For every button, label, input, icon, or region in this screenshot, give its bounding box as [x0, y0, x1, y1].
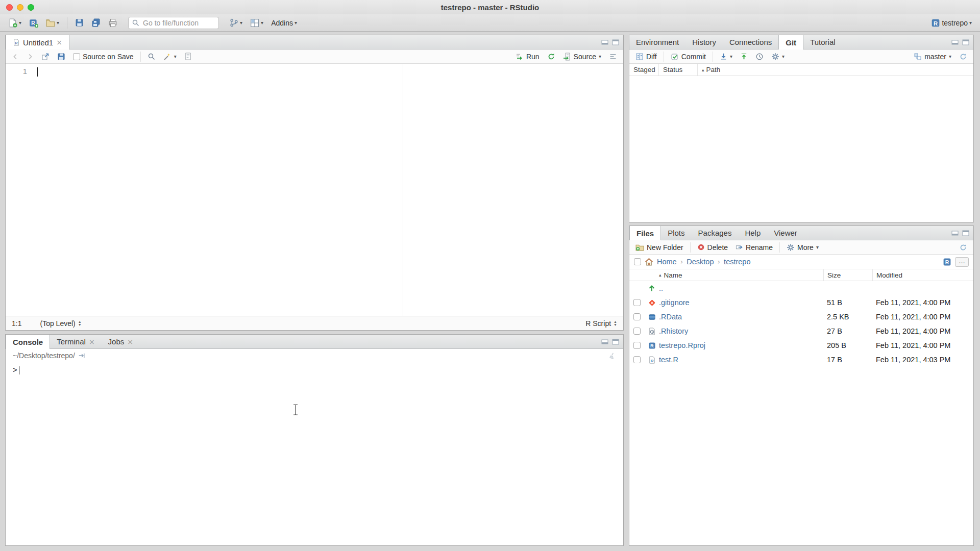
clear-console-broom-icon[interactable] — [608, 352, 616, 360]
version-control-button[interactable]: ▾ — [228, 17, 244, 29]
tab-tutorial[interactable]: Tutorial — [803, 35, 842, 49]
popout-button[interactable] — [39, 52, 52, 62]
file-checkbox[interactable] — [633, 299, 641, 306]
delete-button[interactable]: Delete — [695, 242, 730, 253]
save-button[interactable] — [55, 52, 68, 62]
tab-connections[interactable]: Connections — [723, 35, 778, 49]
branch-menu-button[interactable]: master ▾ — [911, 52, 954, 62]
save-all-button[interactable] — [89, 17, 103, 29]
new-file-button[interactable]: ▾ — [6, 17, 23, 29]
commit-button[interactable]: Commit — [668, 52, 708, 62]
addins-button[interactable]: Addins ▾ — [269, 17, 299, 29]
refresh-button[interactable] — [957, 52, 970, 62]
back-button[interactable] — [9, 52, 21, 61]
file-checkbox[interactable] — [633, 356, 641, 363]
file-type-selector[interactable]: R Script ▲▼ — [585, 319, 617, 328]
tab-history[interactable]: History — [685, 35, 723, 49]
git-more-button[interactable]: ▾ — [769, 52, 787, 62]
file-row[interactable]: .gitignore 51 B Feb 11, 2021, 4:00 PM — [629, 295, 973, 310]
refresh-button[interactable] — [957, 242, 970, 253]
tab-untitled1[interactable]: R Untitled1 × — [6, 35, 69, 49]
maximize-pane-icon[interactable] — [612, 39, 619, 46]
source-file-button[interactable]: Source ▾ — [560, 52, 604, 62]
minimize-pane-icon[interactable] — [601, 338, 608, 345]
column-path[interactable]: ▴ Path — [698, 64, 973, 76]
code-tools-button[interactable]: ▾ — [161, 52, 179, 62]
file-link[interactable]: .Rhistory — [659, 327, 688, 335]
minimize-pane-icon[interactable] — [951, 39, 959, 46]
column-modified[interactable]: Modified — [872, 269, 973, 281]
maximize-pane-icon[interactable] — [612, 338, 619, 345]
file-checkbox[interactable] — [633, 328, 641, 335]
file-checkbox[interactable] — [633, 313, 641, 320]
scope-selector[interactable]: (Top Level) ▲▼ — [40, 319, 81, 328]
tab-viewer[interactable]: Viewer — [767, 226, 804, 240]
column-status[interactable]: Status — [659, 64, 698, 76]
breadcrumb-home[interactable]: Home — [657, 258, 677, 266]
source-on-save-checkbox[interactable] — [73, 53, 80, 60]
column-staged[interactable]: Staged — [629, 64, 659, 76]
compile-report-button[interactable] — [182, 52, 194, 61]
maximize-pane-icon[interactable] — [962, 230, 969, 237]
breadcrumb-testrepo[interactable]: testrepo — [724, 258, 750, 266]
minimize-window-button[interactable] — [17, 4, 23, 11]
file-row[interactable]: R testrepo.Rproj 205 B Feb 11, 2021, 4:0… — [629, 338, 973, 353]
file-link[interactable]: test.R — [659, 356, 678, 364]
goto-directory-icon[interactable] — [78, 352, 85, 359]
parent-dir-row[interactable]: .. — [629, 281, 973, 295]
home-icon[interactable] — [645, 258, 653, 266]
close-window-button[interactable] — [6, 4, 13, 11]
minimize-pane-icon[interactable] — [601, 39, 608, 46]
rerun-button[interactable] — [545, 52, 558, 62]
document-outline-button[interactable] — [606, 52, 620, 62]
zoom-window-button[interactable] — [28, 4, 34, 11]
pull-button[interactable]: ▾ — [717, 52, 735, 61]
close-tab-icon[interactable]: × — [56, 38, 62, 46]
column-size[interactable]: Size — [823, 269, 872, 281]
save-button[interactable] — [73, 17, 86, 29]
tab-git[interactable]: Git — [778, 35, 803, 49]
tab-environment[interactable]: Environment — [629, 35, 685, 49]
new-project-button[interactable]: R — [27, 17, 40, 29]
print-button[interactable] — [106, 17, 119, 29]
forward-button[interactable] — [24, 52, 36, 61]
rename-button[interactable]: Rename — [733, 242, 775, 253]
breadcrumb-desktop[interactable]: Desktop — [687, 258, 714, 266]
minimize-pane-icon[interactable] — [951, 230, 959, 237]
tab-jobs[interactable]: Jobs × — [102, 335, 140, 348]
file-link[interactable]: .RData — [659, 313, 682, 321]
tab-packages[interactable]: Packages — [692, 226, 739, 240]
file-link[interactable]: testrepo.Rproj — [659, 341, 705, 349]
more-button[interactable]: More ▾ — [784, 242, 821, 253]
project-menu-button[interactable]: R testrepo ▾ — [929, 17, 974, 29]
file-checkbox[interactable] — [633, 342, 641, 349]
file-link[interactable]: .. — [659, 284, 663, 292]
close-tab-icon[interactable]: × — [89, 338, 95, 346]
r-project-icon[interactable]: R — [943, 258, 951, 266]
file-row[interactable]: R test.R 17 B Feb 11, 2021, 4:03 PM — [629, 353, 973, 367]
tab-terminal[interactable]: Terminal × — [50, 335, 101, 348]
path-ellipsis-button[interactable]: … — [955, 257, 969, 267]
file-row[interactable]: .Rhistory 27 B Feb 11, 2021, 4:00 PM — [629, 324, 973, 338]
tab-files[interactable]: Files — [629, 226, 661, 240]
file-link[interactable]: .gitignore — [659, 298, 690, 307]
pane-layout-button[interactable]: ▾ — [248, 17, 265, 29]
close-tab-icon[interactable]: × — [127, 338, 133, 346]
file-row[interactable]: .RData 2.5 KB Feb 11, 2021, 4:00 PM — [629, 310, 973, 324]
select-all-checkbox[interactable] — [634, 258, 641, 265]
maximize-pane-icon[interactable] — [962, 39, 969, 46]
open-file-button[interactable]: ▾ — [44, 17, 61, 29]
console-output[interactable]: > — [6, 362, 623, 545]
find-replace-button[interactable] — [145, 52, 158, 62]
tab-plots[interactable]: Plots — [661, 226, 691, 240]
tab-console[interactable]: Console — [6, 335, 50, 349]
code-editor[interactable]: 1 — [6, 64, 623, 316]
push-button[interactable] — [738, 52, 750, 61]
diff-button[interactable]: Diff — [633, 52, 659, 62]
history-button[interactable] — [753, 52, 766, 62]
git-file-list[interactable] — [629, 76, 973, 222]
goto-file-input[interactable] — [128, 17, 219, 29]
column-name[interactable]: ▴ Name — [659, 269, 823, 281]
run-button[interactable]: Run — [513, 52, 542, 62]
new-folder-button[interactable]: New Folder — [633, 242, 686, 253]
